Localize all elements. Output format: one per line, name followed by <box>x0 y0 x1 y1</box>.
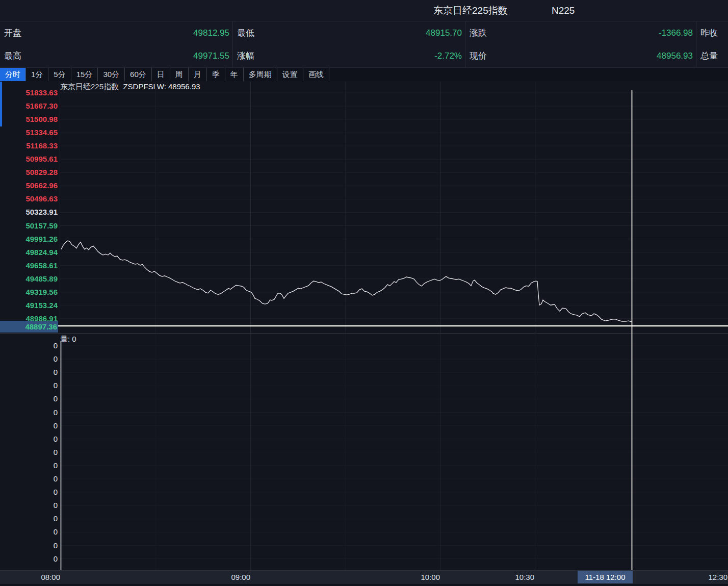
bottom-edge-strip <box>0 584 728 586</box>
tab-15分[interactable]: 15分 <box>71 68 98 81</box>
trading-app-window: 东京日经225指数 N225 开盘49812.95最低48915.70涨跌-13… <box>0 0 728 586</box>
stat-value: 49971.55 <box>193 51 229 61</box>
volume-axis-label: 0 <box>0 406 58 419</box>
title-bar: 东京日经225指数 N225 <box>0 0 728 21</box>
volume-axis-label: 0 <box>0 432 58 446</box>
volume-axis-label: 0 <box>0 512 58 525</box>
period-tab-bar: 分时1分5分15分30分60分日周月季年多周期设置画线 <box>0 68 728 81</box>
price-axis-label: 50662.96 <box>0 179 58 192</box>
price-axis-label: 49658.61 <box>0 259 58 272</box>
chart-indicator-value: ZSDPFSLW: 48956.93 <box>121 82 200 91</box>
stat-label: 总量 <box>700 50 718 62</box>
stat-value: 48915.70 <box>426 28 462 38</box>
stat-label: 涨幅 <box>237 50 254 62</box>
price-axis-label: 51500.98 <box>0 113 58 126</box>
stat-value: 49812.95 <box>193 28 229 38</box>
volume-axis-label: 0 <box>0 539 58 552</box>
tab-月[interactable]: 月 <box>189 68 207 81</box>
stat-label: 现价 <box>470 50 487 62</box>
quote-stats-grid: 开盘49812.95最低48915.70涨跌-1366.98昨收最高49971.… <box>0 21 728 68</box>
volume-axis-label: 0 <box>0 419 58 432</box>
tab-周[interactable]: 周 <box>170 68 189 81</box>
volume-axis-label: 0 <box>0 379 58 392</box>
price-axis-label: 49153.24 <box>0 299 58 312</box>
tab-画线[interactable]: 画线 <box>303 68 329 81</box>
tab-设置[interactable]: 设置 <box>277 68 303 81</box>
stat-label: 开盘 <box>4 27 21 39</box>
tab-季[interactable]: 季 <box>207 68 225 81</box>
stat-最低: 最低48915.70 <box>232 21 465 44</box>
volume-axis-label: 0 <box>0 525 58 539</box>
volume-axis-label: 0 <box>0 339 58 352</box>
tab-分时[interactable]: 分时 <box>0 68 26 81</box>
crosshair-price-tag: 48897.36 <box>0 321 58 333</box>
volume-axis-label: 0 <box>0 499 58 512</box>
stat-总量: 总量 <box>696 44 728 67</box>
volume-axis-label: 0 <box>0 392 58 405</box>
price-axis-label: 51833.63 <box>0 86 58 99</box>
time-axis-label: 10:00 <box>394 570 440 584</box>
price-axis-label: 51667.30 <box>0 99 58 113</box>
volume-axis-label: 0 <box>0 352 58 366</box>
stat-最高: 最高49971.55 <box>0 44 232 67</box>
stat-开盘: 开盘49812.95 <box>0 21 232 44</box>
stat-value: -2.72% <box>434 51 462 61</box>
stat-value: -1366.98 <box>659 28 693 38</box>
volume-axis-label: 0 <box>0 446 58 459</box>
time-axis-label: 09:00 <box>204 570 250 584</box>
price-axis-label: 50995.61 <box>0 152 58 166</box>
stat-涨幅: 涨幅-2.72% <box>232 44 465 67</box>
price-axis-label: 50829.28 <box>0 166 58 179</box>
crosshair-time-tag: 11-18 12:00 <box>578 571 633 583</box>
price-axis-label: 50323.91 <box>0 206 58 219</box>
tab-30分[interactable]: 30分 <box>98 68 125 81</box>
volume-axis-label: 0 <box>0 459 58 472</box>
stat-label: 最高 <box>4 50 21 62</box>
time-axis-label: 08:00 <box>14 570 60 584</box>
volume-axis-label: 0 <box>0 472 58 486</box>
volume-axis-label: 0 <box>0 366 58 379</box>
price-axis-label: 49319.56 <box>0 286 58 299</box>
chart-overlay-title: 东京日经225指数 ZSDPFSLW: 48956.93 <box>60 82 200 92</box>
volume-axis-label: 0 <box>0 552 58 566</box>
time-axis-label: 10:30 <box>488 570 534 584</box>
tab-60分[interactable]: 60分 <box>125 68 152 81</box>
left-scrollbar-thumb[interactable] <box>0 82 2 126</box>
price-axis-label: 51334.65 <box>0 126 58 139</box>
instrument-name: 东京日经225指数 <box>433 0 508 21</box>
time-axis-label: 12:30 <box>682 570 727 584</box>
price-axis-label: 49991.26 <box>0 233 58 246</box>
price-axis-label: 50157.59 <box>0 219 58 233</box>
chart-canvas[interactable] <box>0 81 728 586</box>
price-axis-label: 49824.94 <box>0 246 58 259</box>
instrument-symbol: N225 <box>552 0 575 21</box>
tab-5分[interactable]: 5分 <box>48 68 71 81</box>
volume-caption: 量: 0 <box>60 335 76 344</box>
price-axis-label: 51168.33 <box>0 139 58 152</box>
stat-label: 最低 <box>237 27 254 39</box>
price-axis-label: 49485.89 <box>0 272 58 286</box>
stat-label: 昨收 <box>700 27 718 39</box>
stat-value: 48956.93 <box>657 51 693 61</box>
volume-axis-label: 0 <box>0 486 58 499</box>
price-line-series <box>61 241 632 322</box>
tab-多周期[interactable]: 多周期 <box>244 68 277 81</box>
tab-日[interactable]: 日 <box>152 68 170 81</box>
tab-1分[interactable]: 1分 <box>26 68 48 81</box>
stat-涨跌: 涨跌-1366.98 <box>465 21 696 44</box>
stat-现价: 现价48956.93 <box>465 44 696 67</box>
price-axis-label: 50496.63 <box>0 192 58 206</box>
stat-label: 涨跌 <box>470 27 487 39</box>
stat-昨收: 昨收 <box>696 21 728 44</box>
tab-年[interactable]: 年 <box>225 68 244 81</box>
chart-instrument-label: 东京日经225指数 <box>60 82 119 91</box>
